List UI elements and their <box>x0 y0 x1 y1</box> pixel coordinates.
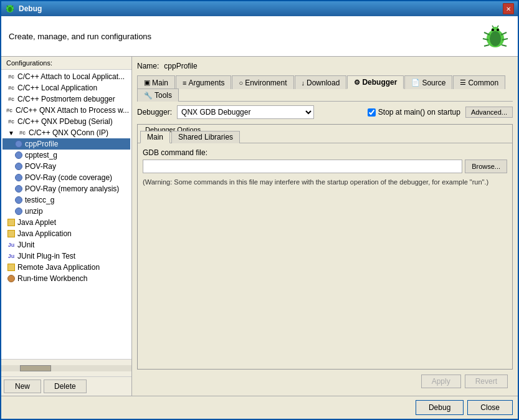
tree-item-pov-ray[interactable]: POV-Ray <box>2 161 130 172</box>
tree-item-cpp-local[interactable]: #c C/C++ Local Application <box>2 82 130 93</box>
tree-item-testicc[interactable]: testicc_g <box>2 194 130 206</box>
name-value: cppProfile <box>164 62 513 70</box>
debug-button[interactable]: Debug <box>416 400 464 415</box>
svg-line-17 <box>492 26 493 27</box>
debug-window-icon <box>5 4 15 14</box>
junit-icon: Ju <box>6 240 16 250</box>
tree-item-pov-ray-cov[interactable]: POV-Ray (code coverage) <box>2 172 130 183</box>
inner-tab-main-label: Main <box>147 133 163 141</box>
advanced-button[interactable]: Advanced... <box>465 107 513 118</box>
cpp-icon-6: #c <box>17 128 27 138</box>
arguments-tab-icon: ≡ <box>183 79 186 87</box>
folder-open-icon: ▼ <box>6 128 16 138</box>
inner-tab-bar: Main Shared Libraries <box>138 131 512 143</box>
tree-item-cpp-postmortem[interactable]: #c C/C++ Postmortem debugger <box>2 93 130 105</box>
tab-bar: ▣ Main ≡ Arguments ○ Environment ↓ Downl… <box>137 75 513 102</box>
close-dialog-button[interactable]: Close <box>467 400 513 415</box>
tab-tools[interactable]: 🔧 Tools <box>137 88 179 102</box>
source-tab-icon: 📄 <box>411 79 420 87</box>
tab-tools-label: Tools <box>155 91 172 100</box>
stop-at-main-label: Stop at main() on startup <box>378 108 460 117</box>
tab-common-label: Common <box>468 79 498 87</box>
tree-item-junit[interactable]: Ju JUnit <box>2 239 130 251</box>
tree-item-junit-plugin[interactable]: Ju JUnit Plug-in Test <box>2 251 130 262</box>
name-label: Name: <box>137 62 159 70</box>
config-action-buttons: New Delete <box>1 376 131 396</box>
apply-revert-row: Apply Revert <box>137 372 513 391</box>
window-title: Debug <box>19 4 499 13</box>
profile-icon-testicc <box>14 195 24 205</box>
debugger-row: Debugger: QNX GDB Debugger Stop at main(… <box>137 105 513 119</box>
tree-item-qnx-pdebug[interactable]: #c C/C++ QNX PDebug (Serial) <box>2 116 130 127</box>
main-tab-icon: ▣ <box>144 79 150 87</box>
revert-button[interactable]: Revert <box>465 375 508 388</box>
tree-item-remote-java[interactable]: Remote Java Application <box>2 262 130 273</box>
inner-tab-main[interactable]: Main <box>140 131 170 143</box>
tree-item-cpp-attach-local[interactable]: #c C/C++ Attach to Local Applicat... <box>2 71 130 82</box>
browse-button[interactable]: Browse... <box>465 160 507 173</box>
tree-item-pov-ray-mem[interactable]: POV-Ray (memory analysis) <box>2 183 130 194</box>
download-tab-icon: ↓ <box>302 79 305 87</box>
configuration-tree: #c C/C++ Attach to Local Applicat... #c … <box>1 70 131 359</box>
debugger-select[interactable]: QNX GDB Debugger <box>177 105 314 119</box>
tree-item-cpptest-g[interactable]: cpptest_g <box>2 150 130 161</box>
inner-tab-shared-libraries-label: Shared Libraries <box>178 133 233 141</box>
svg-point-8 <box>490 31 501 46</box>
dialog-header: Create, manage, and run configurations <box>1 16 518 57</box>
horizontal-scrollbar[interactable] <box>1 365 131 371</box>
cpp-icon-4: #c <box>4 105 14 115</box>
tab-debugger-label: Debugger <box>362 78 397 87</box>
debugger-tab-icon: ⚙ <box>354 79 360 87</box>
tree-item-qnx-attach[interactable]: #c C/C++ QNX Attach to Process w... <box>2 105 130 116</box>
cpp-icon-3: #c <box>6 94 16 104</box>
tree-scrollbar-area <box>1 359 131 376</box>
gdb-command-file-input[interactable] <box>143 160 462 173</box>
tab-source[interactable]: 📄 Source <box>404 75 452 89</box>
tree-item-unzip[interactable]: unzip <box>2 206 130 217</box>
tab-main[interactable]: ▣ Main <box>137 75 175 89</box>
tab-common[interactable]: ☰ Common <box>453 75 505 89</box>
tree-item-runtime-wb[interactable]: Run-time Workbench <box>2 273 130 284</box>
inner-tab-shared-libraries[interactable]: Shared Libraries <box>171 131 240 143</box>
apply-button[interactable]: Apply <box>421 375 461 388</box>
tree-item-java-app[interactable]: Java Application <box>2 228 130 239</box>
tab-environment-label: Environment <box>245 79 287 87</box>
runtime-wb-icon <box>6 274 16 284</box>
tree-item-cppprofile[interactable]: cppProfile <box>2 138 130 150</box>
svg-point-16 <box>497 29 499 31</box>
tab-debugger[interactable]: ⚙ Debugger <box>347 75 404 89</box>
debugger-options-group: Debugger Options Main Shared Libraries G… <box>137 124 513 370</box>
svg-line-18 <box>497 26 498 27</box>
common-tab-icon: ☰ <box>460 79 466 87</box>
left-panel: Configurations: #c C/C++ Attach to Local… <box>1 57 132 396</box>
cpp-icon-5: #c <box>6 117 16 126</box>
scrollbar-thumb[interactable] <box>20 365 51 371</box>
new-button[interactable]: New <box>4 379 41 393</box>
gdb-command-file-label: GDB command file: <box>143 148 507 157</box>
stop-at-main-row: Stop at main() on startup <box>368 108 460 117</box>
debugger-label: Debugger: <box>137 108 172 117</box>
debug-window: Debug ✕ Create, manage, and run configur… <box>0 0 519 420</box>
right-panel: Name: cppProfile ▣ Main ≡ Arguments ○ En… <box>132 57 518 396</box>
tree-item-qnx-qconn[interactable]: ▼ #c C/C++ QNX QConn (IP) <box>2 127 130 138</box>
tools-tab-icon: 🔧 <box>144 92 153 100</box>
remote-java-icon <box>6 262 16 272</box>
name-row: Name: cppProfile <box>137 62 513 70</box>
tab-environment[interactable]: ○ Environment <box>232 75 293 89</box>
stop-at-main-checkbox[interactable] <box>368 108 376 117</box>
dialog-header-text: Create, manage, and run configurations <box>9 32 151 41</box>
svg-point-15 <box>492 29 494 31</box>
gdb-section: GDB command file: Browse... (Warning: So… <box>138 143 512 369</box>
profile-icon-cpptest <box>14 150 24 160</box>
warning-text: (Warning: Some commands in this file may… <box>143 178 507 186</box>
tree-item-java-applet[interactable]: Java Applet <box>2 217 130 228</box>
tab-arguments[interactable]: ≡ Arguments <box>176 75 231 89</box>
close-button[interactable]: ✕ <box>503 3 514 14</box>
tab-download[interactable]: ↓ Download <box>295 75 347 89</box>
tab-arguments-label: Arguments <box>188 79 224 87</box>
delete-button[interactable]: Delete <box>44 379 87 393</box>
cpp-icon: #c <box>6 72 16 82</box>
profile-icon-povray-mem <box>14 184 24 194</box>
bug-icon <box>480 21 510 51</box>
configurations-label: Configurations: <box>1 57 131 70</box>
